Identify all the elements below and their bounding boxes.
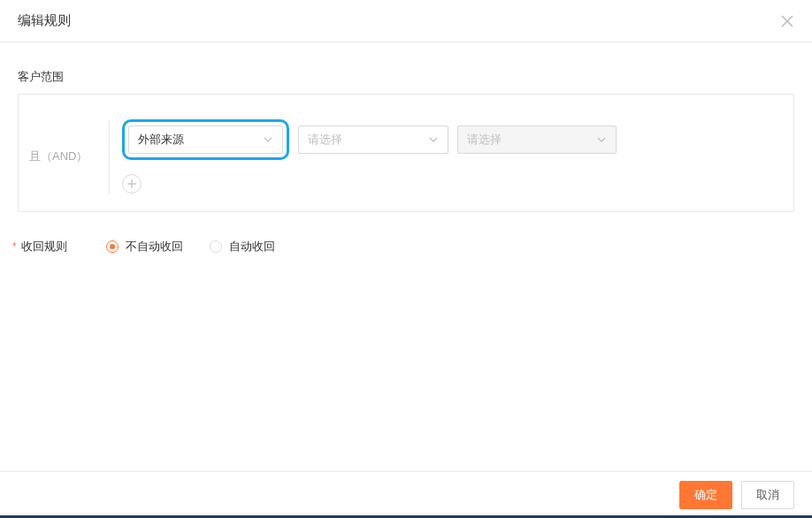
source-select-highlight: 外部来源: [122, 119, 289, 160]
recall-rule-row: * 收回规则 不自动收回 自动收回: [18, 239, 794, 255]
cancel-button[interactable]: 取消: [741, 481, 794, 509]
source-select-value: 外部来源: [138, 132, 184, 148]
add-condition-button[interactable]: [122, 174, 142, 194]
scope-box: 且（AND） 外部来源 请选择: [18, 94, 794, 212]
required-star: *: [12, 240, 17, 253]
radio-no-auto-label: 不自动收回: [126, 239, 183, 255]
dialog-title: 编辑规则: [18, 12, 71, 29]
conditions-wrap: 外部来源 请选择 请选择: [109, 119, 776, 194]
confirm-button[interactable]: 确定: [679, 481, 732, 509]
dialog-body: 客户范围 且（AND） 外部来源 请选择: [0, 42, 812, 272]
chevron-down-icon: [596, 134, 607, 145]
recall-label-text: 收回规则: [21, 240, 67, 253]
condition-row: 外部来源 请选择 请选择: [122, 119, 776, 160]
radio-icon: [210, 240, 222, 253]
source-select[interactable]: 外部来源: [128, 126, 283, 154]
value-select[interactable]: 请选择: [457, 126, 617, 154]
radio-icon: [106, 240, 119, 253]
close-icon[interactable]: [780, 14, 794, 28]
logic-and-label: 且（AND）: [29, 149, 109, 164]
dialog-footer: 确定 取消: [0, 471, 812, 518]
dialog-header: 编辑规则: [0, 0, 812, 42]
recall-rule-label: * 收回规则: [18, 239, 106, 255]
radio-auto-label: 自动收回: [229, 239, 275, 255]
chevron-down-icon: [428, 134, 439, 145]
operator-select[interactable]: 请选择: [298, 126, 448, 154]
chevron-down-icon: [263, 134, 273, 145]
value-select-placeholder: 请选择: [467, 132, 502, 148]
radio-no-auto-recall[interactable]: 不自动收回: [106, 239, 183, 255]
recall-radio-group: 不自动收回 自动收回: [106, 239, 275, 255]
scope-section-label: 客户范围: [18, 69, 794, 85]
operator-select-placeholder: 请选择: [308, 132, 342, 148]
radio-auto-recall[interactable]: 自动收回: [210, 239, 275, 255]
